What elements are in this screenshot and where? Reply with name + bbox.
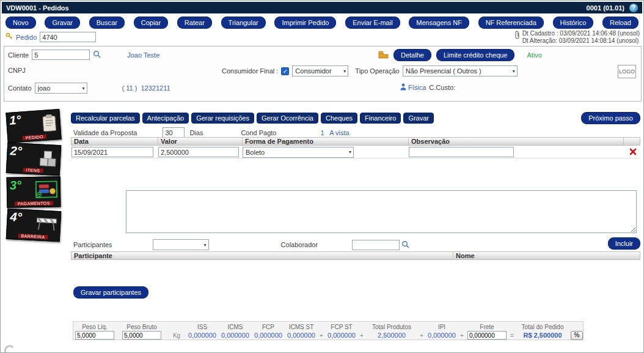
equals-sign: = <box>510 332 514 339</box>
forma-pagamento-select[interactable]: Boleto ▾ <box>243 147 354 158</box>
col-nome: Nome <box>453 252 640 259</box>
mensagens-nf-button[interactable]: Mensagens NF <box>409 17 469 29</box>
cheques-button[interactable]: Cheques <box>321 113 357 124</box>
cliente-code-input[interactable] <box>32 50 90 60</box>
search-icon[interactable] <box>401 240 409 250</box>
copiar-button[interactable]: Copiar <box>134 17 168 29</box>
col-valor: Valor <box>158 138 243 145</box>
valor-input[interactable] <box>158 147 239 157</box>
recalcular-parcelas-button[interactable]: Recalcular parcelas <box>71 113 140 124</box>
validade-input[interactable] <box>163 127 185 138</box>
enviar-email-button[interactable]: Enviar E-mail <box>345 17 400 29</box>
icms-st-label: ICMS ST <box>289 324 314 330</box>
payment-table-row: Boleto ▾ <box>71 146 640 158</box>
gravar-participantes-button[interactable]: Gravar participantes <box>73 286 148 299</box>
window-version: 0001 (01.01) <box>587 4 624 12</box>
toolbar: Novo Gravar Buscar Copiar Ratear Triangu… <box>1 16 643 29</box>
status-ativo: Ativo <box>527 51 541 59</box>
pedido-row: Pedido <box>5 32 96 42</box>
proximo-passo-button[interactable]: Próximo passo <box>581 112 640 124</box>
dates-block: Dt Cadastro : 03/09/2021 14:06:48 (unoso… <box>514 30 640 45</box>
financeiro-button[interactable]: Financeiro <box>360 113 401 124</box>
fcp-label: FCP <box>262 324 274 330</box>
colaborador-label: Colaborador <box>281 241 318 248</box>
incluir-button[interactable]: Incluir <box>608 237 640 250</box>
gravar-button[interactable]: Gravar <box>45 17 80 29</box>
peso-liq-label: Peso Liq. <box>82 324 108 330</box>
dias-label: Dias <box>189 129 203 136</box>
help-icon[interactable]: ? <box>629 4 638 12</box>
gravar-pagamento-button[interactable]: Gravar <box>403 113 434 124</box>
ratear-button[interactable]: Ratear <box>177 17 212 29</box>
fisica-label: Física <box>408 84 426 91</box>
ccusto-label: C.Custo: <box>429 84 455 91</box>
step-pagamentos[interactable]: 3° PAGAMENTOS <box>7 176 61 208</box>
imprimir-pedido-button[interactable]: Imprimir Pedido <box>274 17 336 29</box>
consumidor-select-value: Consumidor <box>295 67 341 75</box>
validade-row: Validade da Proposta Dias Cond Pagto 1 A… <box>73 127 349 138</box>
reload-button[interactable]: Reload <box>602 17 639 29</box>
pedido-label: Pedido <box>16 34 37 41</box>
detalhe-button[interactable]: Detalhe <box>393 49 431 61</box>
antecipacao-button[interactable]: Antecipação <box>142 113 189 124</box>
loading-spinner-icon <box>4 345 15 353</box>
delete-row-icon[interactable] <box>629 148 637 157</box>
fcp-st-value: 0,000000 <box>327 332 356 339</box>
window-title: VDW0001 - Pedidos <box>6 4 582 12</box>
percent-button[interactable]: % <box>571 331 583 340</box>
icms-value: 0,000000 <box>221 332 249 339</box>
frete-input[interactable] <box>467 331 507 340</box>
step-number: 4° <box>10 210 22 225</box>
contato-label: Contato <box>8 84 32 92</box>
step-itens[interactable]: 2° ITENS <box>6 143 61 176</box>
search-icon[interactable] <box>93 50 101 59</box>
historico-button[interactable]: Histórico <box>553 17 594 29</box>
col-observacao: Observação <box>409 138 624 145</box>
consumidor-select[interactable]: Consumidor ▾ <box>292 65 348 76</box>
buscar-button[interactable]: Buscar <box>89 17 125 29</box>
contato-row: Contato joao ▾ ( 11 ) 12321211 <box>8 83 170 94</box>
fcp-value: 0,000000 <box>254 332 282 339</box>
person-icon <box>400 83 406 92</box>
gerar-ocorrencia-button[interactable]: Gerar Ocorrência <box>257 113 318 124</box>
consumidor-final-checkbox[interactable]: ✓ <box>281 67 289 75</box>
tipo-operacao-select[interactable]: Não Presencial ( Outros ) ▾ <box>403 65 518 76</box>
data-input[interactable] <box>71 147 153 157</box>
contato-select[interactable]: joao ▾ <box>35 83 87 94</box>
iss-value: 0,000000 <box>188 332 216 339</box>
col-participante: Participante <box>71 252 453 259</box>
chevron-down-icon: ▾ <box>343 69 346 74</box>
folder-icon[interactable] <box>378 50 389 60</box>
frete-label: Frete <box>480 324 494 330</box>
step-label: PEDIDO <box>22 135 46 141</box>
step-pedido[interactable]: 1° PEDIDO <box>5 109 61 143</box>
client-row: Cliente Joao Teste <box>8 50 159 60</box>
plus-sign: + <box>420 332 423 339</box>
plus-sign: + <box>320 332 323 339</box>
paperclip-icon <box>514 30 520 42</box>
participantes-select[interactable]: ▾ <box>153 239 209 250</box>
nf-referenciada-button[interactable]: NF Referenciada <box>478 17 544 29</box>
col-data: Data <box>71 138 158 145</box>
cond-pagto-label: Cond Pagto <box>241 129 276 136</box>
notes-textarea[interactable] <box>126 190 637 233</box>
plus-sign: + <box>460 332 464 339</box>
contato-value: joao <box>38 84 80 92</box>
cond-pagto-value: 1 A vista <box>321 129 349 136</box>
participantes-label: Participantes <box>73 241 112 248</box>
kg-label: Kg <box>173 332 180 339</box>
peso-bruto-input[interactable] <box>122 331 161 340</box>
icms-label: ICMS <box>228 324 243 330</box>
gerar-requisicoes-button[interactable]: Gerar requisições <box>191 113 254 124</box>
step-barreira[interactable]: 4° BARREIRA <box>6 209 61 242</box>
observacao-input[interactable] <box>409 147 514 157</box>
triangular-button[interactable]: Triangular <box>221 17 266 29</box>
money-icon <box>35 180 58 199</box>
dt-alteracao: Dt Alteração: 03/09/2021 14:08:14 (unoso… <box>522 37 640 45</box>
cliente-label: Cliente <box>8 51 29 59</box>
peso-liq-input[interactable] <box>75 331 114 340</box>
pedido-number-input[interactable] <box>40 32 96 42</box>
novo-button[interactable]: Novo <box>5 17 36 29</box>
limite-credito-button[interactable]: Limite crédito cheque <box>436 49 515 61</box>
colaborador-input[interactable] <box>352 240 400 250</box>
